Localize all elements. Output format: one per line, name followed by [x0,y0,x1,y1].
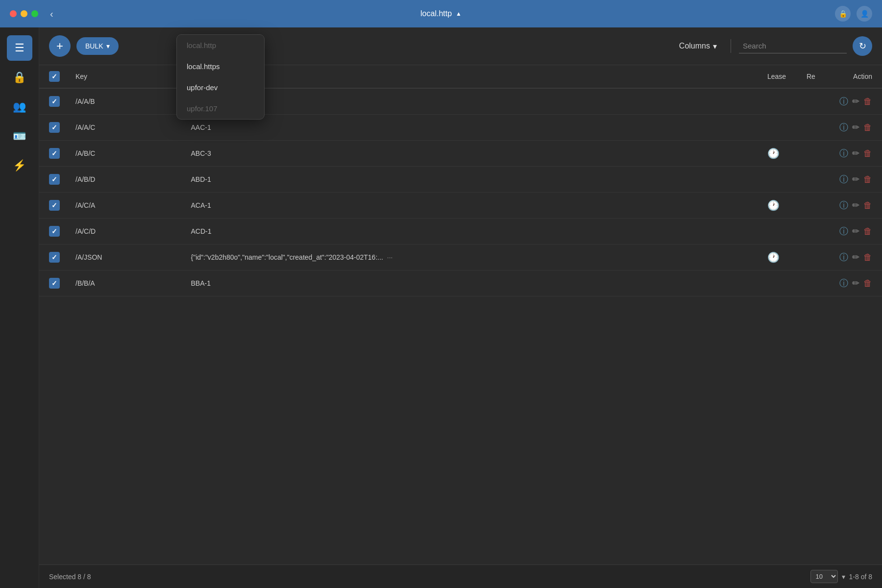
sidebar-item-time[interactable]: 🔒 [7,65,32,90]
row-empty-col [717,141,760,167]
action-icons: ⓘ ✏ 🗑 [831,122,872,133]
page-size-select[interactable]: 10 25 50 100 [810,570,838,583]
sidebar: ☰ 🔒 👥 🪪 ⚡ [0,27,39,588]
edit-button[interactable]: ✏ [852,148,859,159]
row-action-col: ⓘ ✏ 🗑 [823,219,882,245]
sidebar-item-connections[interactable]: ⚡ [7,153,32,178]
row-empty-col [717,219,760,245]
bulk-button[interactable]: BULK ▾ [76,37,119,55]
edit-button[interactable]: ✏ [852,122,859,133]
user-icon-button[interactable]: 👤 [857,6,872,22]
row-lease-col [760,219,799,245]
row-checkbox[interactable]: ✓ [49,278,60,289]
table-row: ✓/A/JSON{"id":"v2b2h80o","name":"local",… [39,245,882,270]
title-dropdown-arrow[interactable]: ▲ [456,10,462,17]
edit-button[interactable]: ✏ [852,174,859,185]
search-input[interactable] [739,39,847,53]
header-checkbox[interactable]: ✓ [49,71,60,82]
row-checkbox-cell: ✓ [39,141,68,167]
row-empty-col [717,270,760,296]
delete-button[interactable]: 🗑 [863,252,872,263]
row-checkbox-cell: ✓ [39,88,68,115]
row-empty-col [717,88,760,115]
action-icons: ⓘ ✏ 🗑 [831,199,872,211]
info-button[interactable]: ⓘ [839,147,848,159]
dropdown-item-local-http[interactable]: local.http [177,35,264,56]
add-button[interactable]: + [49,35,71,57]
row-action-col: ⓘ ✏ 🗑 [823,245,882,270]
info-button[interactable]: ⓘ [839,277,848,289]
refresh-icon: ↻ [859,41,866,51]
edit-button[interactable]: ✏ [852,200,859,211]
table-row: ✓/A/C/DACD-1 ⓘ ✏ 🗑 [39,219,882,245]
refresh-button[interactable]: ↻ [853,36,872,56]
back-button[interactable]: ‹ [50,8,53,20]
sidebar-item-id-card[interactable]: 🪪 [7,123,32,149]
row-checkbox[interactable]: ✓ [49,174,60,185]
sidebar-item-kv-store[interactable]: ☰ [7,35,32,61]
check-icon: ✓ [51,201,57,209]
dropdown-item-upfor-dev[interactable]: upfor-dev [177,77,264,98]
delete-button[interactable]: 🗑 [863,278,872,289]
title-center: local.http ▲ [420,9,462,18]
shield-icon-button[interactable]: 🔒 [835,6,851,22]
row-key: /A/A/B [68,88,183,115]
info-button[interactable]: ⓘ [839,199,848,211]
info-button[interactable]: ⓘ [839,96,848,107]
row-key: /A/JSON [68,245,183,270]
list-icon: ☰ [15,42,24,54]
row-checkbox[interactable]: ✓ [49,200,60,211]
row-value: ACA-1 [183,193,716,219]
sidebar-item-users[interactable]: 👥 [7,94,32,120]
delete-button[interactable]: 🗑 [863,226,872,237]
close-button[interactable] [10,10,17,17]
pagination-text: 1-8 of 8 [849,573,872,581]
delete-button[interactable]: 🗑 [863,200,872,211]
row-action-col: ⓘ ✏ 🗑 [823,193,882,219]
title-bar-controls: ‹ [10,8,53,20]
row-checkbox[interactable]: ✓ [49,122,60,133]
edit-button[interactable]: ✏ [852,278,859,289]
maximize-button[interactable] [31,10,38,17]
row-checkbox-cell: ✓ [39,245,68,270]
edit-button[interactable]: ✏ [852,96,859,107]
delete-button[interactable]: 🗑 [863,122,872,133]
row-checkbox[interactable]: ✓ [49,148,60,159]
info-button[interactable]: ⓘ [839,251,848,263]
row-checkbox[interactable]: ✓ [49,252,60,263]
edit-button[interactable]: ✏ [852,226,859,237]
header-lease: Lease [760,65,799,88]
dropdown-item-local-https[interactable]: local.https [177,56,264,77]
edit-button[interactable]: ✏ [852,252,859,263]
row-lease-col [760,88,799,115]
ellipsis-icon[interactable]: ··· [387,253,393,261]
header-empty [717,65,760,88]
info-button[interactable]: ⓘ [839,225,848,237]
row-re-col [799,141,823,167]
delete-button[interactable]: 🗑 [863,174,872,185]
data-table: ✓ Key Value Lease Re Action ✓/A/A/BAAB-1 [39,65,882,296]
row-re-col [799,167,823,193]
check-icon: ✓ [51,253,57,261]
action-icons: ⓘ ✏ 🗑 [831,96,872,107]
title-bar: ‹ local.http ▲ 🔒 👤 [0,0,882,27]
info-button[interactable]: ⓘ [839,173,848,185]
columns-button[interactable]: Columns ▾ [673,38,723,55]
chevron-down-icon: ▾ [842,573,845,581]
row-key: /A/B/D [68,167,183,193]
delete-button[interactable]: 🗑 [863,148,872,159]
delete-button[interactable]: 🗑 [863,97,872,107]
row-checkbox[interactable]: ✓ [49,226,60,237]
row-key: /A/C/D [68,219,183,245]
row-checkbox-cell: ✓ [39,115,68,141]
minimize-button[interactable] [21,10,27,17]
footer-right: 10 25 50 100 ▾ 1-8 of 8 [810,570,872,583]
dropdown-item-upfor-107[interactable]: upfor.107 [177,98,264,119]
row-empty-col [717,193,760,219]
info-button[interactable]: ⓘ [839,122,848,133]
row-checkbox[interactable]: ✓ [49,96,60,107]
row-key: /A/A/C [68,115,183,141]
action-icons: ⓘ ✏ 🗑 [831,277,872,289]
action-icons: ⓘ ✏ 🗑 [831,251,872,263]
row-value: {"id":"v2b2h80o","name":"local","created… [183,245,716,270]
